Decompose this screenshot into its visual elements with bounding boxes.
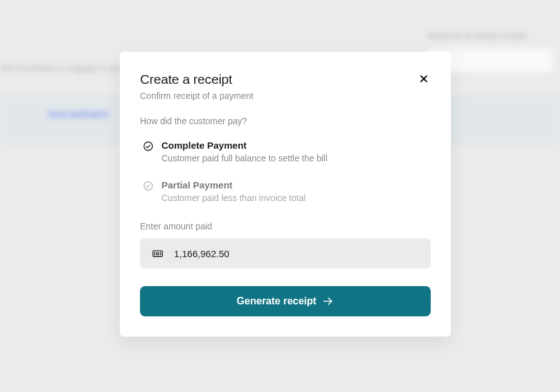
option-partial-payment[interactable]: Partial Payment Customer paid less than … xyxy=(140,176,431,207)
close-icon xyxy=(418,73,429,84)
bg-text: Set incentives to engage in work xyxy=(0,63,127,73)
option-complete-payment[interactable]: Complete Payment Customer paid full bala… xyxy=(140,136,431,167)
modal-title: Create a receipt xyxy=(140,72,232,87)
option-texts: Complete Payment Customer paid full bala… xyxy=(161,140,327,163)
modal-subtitle: Confirm receipt of a payment xyxy=(140,91,431,101)
close-button[interactable] xyxy=(417,72,431,86)
modal-header: Create a receipt xyxy=(140,72,431,87)
amount-input[interactable] xyxy=(174,248,419,259)
option-title: Complete Payment xyxy=(161,140,327,151)
option-desc: Customer paid full balance to settle the… xyxy=(161,153,327,163)
bg-search-label: Search for an invoice number xyxy=(428,32,554,40)
option-title: Partial Payment xyxy=(161,180,306,190)
svg-point-3 xyxy=(156,253,159,255)
payment-options: Complete Payment Customer paid full bala… xyxy=(140,136,431,207)
option-texts: Partial Payment Customer paid less than … xyxy=(161,180,306,203)
svg-point-1 xyxy=(144,182,153,190)
generate-receipt-button[interactable]: Generate receipt xyxy=(140,286,431,316)
create-receipt-modal: Create a receipt Confirm receipt of a pa… xyxy=(120,52,451,337)
option-desc: Customer paid less than invoice total xyxy=(161,193,306,203)
generate-button-label: Generate receipt xyxy=(236,296,316,307)
amount-input-wrap[interactable] xyxy=(140,238,431,268)
amount-label: Enter amount paid xyxy=(140,221,212,231)
arrow-right-icon xyxy=(322,295,334,308)
money-icon xyxy=(151,247,164,260)
svg-point-0 xyxy=(144,142,153,151)
amount-section: Enter amount paid xyxy=(140,221,431,268)
check-circle-icon xyxy=(143,180,154,192)
payment-question: How did the customer pay? xyxy=(140,116,431,126)
bg-link: Send application xyxy=(48,108,108,118)
check-circle-icon xyxy=(143,141,154,152)
